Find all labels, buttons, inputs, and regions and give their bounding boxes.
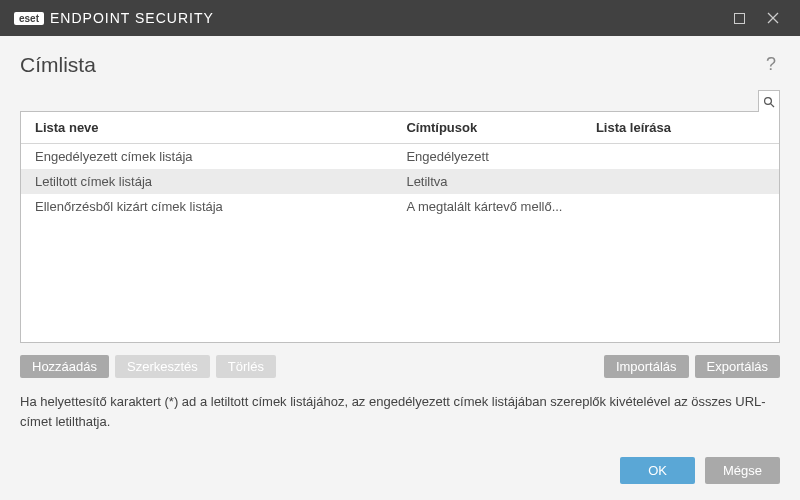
add-button[interactable]: Hozzáadás: [20, 355, 109, 378]
cell-desc: [582, 194, 779, 219]
col-address-types[interactable]: Címtípusok: [392, 112, 582, 144]
svg-rect-0: [734, 13, 744, 23]
svg-line-4: [771, 103, 774, 106]
cell-name: Engedélyezett címek listája: [21, 144, 392, 170]
table-row[interactable]: Letiltott címek listája Letiltva: [21, 169, 779, 194]
export-button[interactable]: Exportálás: [695, 355, 780, 378]
close-button[interactable]: [756, 0, 790, 36]
page-title: Címlista: [20, 53, 96, 77]
search-button[interactable]: [758, 90, 780, 112]
cell-desc: [582, 144, 779, 170]
cancel-button[interactable]: Mégse: [705, 457, 780, 484]
help-icon[interactable]: ?: [762, 50, 780, 79]
delete-button[interactable]: Törlés: [216, 355, 276, 378]
cell-name: Ellenőrzésből kizárt címek listája: [21, 194, 392, 219]
cell-types: A megtalált kártevő mellő...: [392, 194, 582, 219]
col-list-name[interactable]: Lista neve: [21, 112, 392, 144]
minimize-button[interactable]: [722, 0, 756, 36]
cell-types: Letiltva: [392, 169, 582, 194]
address-list-table: Lista neve Címtípusok Lista leírása Enge…: [20, 111, 780, 343]
titlebar: eset ENDPOINT SECURITY: [0, 0, 800, 36]
cell-desc: [582, 169, 779, 194]
ok-button[interactable]: OK: [620, 457, 695, 484]
brand-text: ENDPOINT SECURITY: [50, 10, 214, 26]
cell-name: Letiltott címek listája: [21, 169, 392, 194]
edit-button[interactable]: Szerkesztés: [115, 355, 210, 378]
import-button[interactable]: Importálás: [604, 355, 689, 378]
table-row[interactable]: Ellenőrzésből kizárt címek listája A meg…: [21, 194, 779, 219]
cell-types: Engedélyezett: [392, 144, 582, 170]
svg-point-3: [765, 97, 772, 104]
col-list-desc[interactable]: Lista leírása: [582, 112, 779, 144]
search-icon: [763, 96, 775, 108]
table-row[interactable]: Engedélyezett címek listája Engedélyezet…: [21, 144, 779, 170]
note-text: Ha helyettesítő karaktert (*) ad a letil…: [20, 392, 780, 431]
brand-badge: eset: [14, 12, 44, 25]
